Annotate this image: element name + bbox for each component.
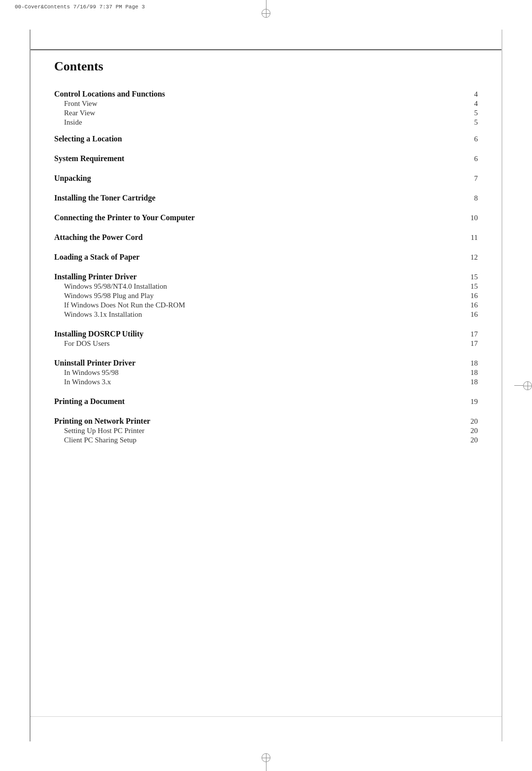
toc-page-section-network: 20 [463,417,478,426]
toc-page-section-system: 6 [463,155,478,163]
toc-sub-page-for-dos: 17 [463,339,478,348]
toc-sub-page-windows-install: 15 [463,282,478,291]
toc-title-section-network: Printing on Network Printer [54,417,463,426]
toc-sub-title-windows-plug: Windows 95/98 Plug and Play [54,292,463,300]
toc-section-section-power: Attaching the Power Cord11 [54,233,478,242]
toc-page-section-power: 11 [463,234,478,242]
toc-sub-page-windows-plug: 16 [463,292,478,300]
toc-sub-title-in-windows-9598: In Windows 95/98 [54,369,463,377]
toc-entry-section-system: System Requirement6 [54,154,478,163]
toc-entry-section-unpacking: Unpacking7 [54,174,478,183]
toc-sub-title-if-windows: If Windows Does Not Run the CD-ROM [54,301,463,309]
top-rule [31,49,501,50]
toc-entry-windows-install: Windows 95/98/NT4.0 Installation15 [54,282,478,291]
toc-title-section-uninstall: Uninstall Printer Driver [54,359,463,368]
toc-entry-windows-31: Windows 3.1x Installation16 [54,310,478,319]
toc-entry-section-driver: Installing Printer Driver15 [54,272,478,281]
toc-title-section-toner: Installing the Toner Cartridge [54,194,463,202]
right-border [501,30,502,741]
toc-section-section-uninstall: Uninstall Printer Driver18In Windows 95/… [54,359,478,386]
toc-section-section-toner: Installing the Toner Cartridge8 [54,194,478,202]
toc-page-section-loading: 12 [463,253,478,262]
toc-entry-windows-plug: Windows 95/98 Plug and Play16 [54,292,478,300]
toc-entry-for-dos: For DOS Users17 [54,339,478,348]
file-info: 00-Cover&Contents 7/16/99 7:37 PM Page 3 [15,4,145,10]
toc-sub-page-front-view: 4 [463,100,478,108]
toc-section-section-network: Printing on Network Printer20Setting Up … [54,417,478,444]
toc-page-section-printing: 19 [463,398,478,406]
toc-section-section-dosrcp: Installing DOSRCP Utility17For DOS Users… [54,330,478,348]
toc-section-section-driver: Installing Printer Driver15Windows 95/98… [54,272,478,319]
bottom-rule [31,716,501,717]
toc-sub-page-inside: 5 [463,118,478,127]
toc-sub-page-client-pc: 20 [463,436,478,444]
toc-sub-title-for-dos: For DOS Users [54,339,463,348]
toc-page-section-connecting: 10 [463,214,478,222]
toc-page-section-driver: 15 [463,273,478,281]
toc-entry-section-selecting: Selecting a Location6 [54,134,478,143]
toc-sub-title-rear-view: Rear View [54,109,463,117]
toc-section-section-control: Control Locations and Functions4Front Vi… [54,90,478,127]
toc-entry-inside: Inside5 [54,118,478,127]
toc-section-section-system: System Requirement6 [54,154,478,163]
toc-entry-front-view: Front View4 [54,100,478,108]
toc-entry-section-toner: Installing the Toner Cartridge8 [54,194,478,202]
toc-title-section-unpacking: Unpacking [54,174,463,183]
toc-entry-section-power: Attaching the Power Cord11 [54,233,478,242]
toc-entry-section-uninstall: Uninstall Printer Driver18 [54,359,478,368]
toc-sub-title-windows-install: Windows 95/98/NT4.0 Installation [54,282,463,291]
crop-mark-top [262,0,270,18]
toc-title-section-selecting: Selecting a Location [54,134,463,143]
toc-sub-title-in-windows-3x: In Windows 3.x [54,378,463,386]
toc-title-section-printing: Printing a Document [54,397,463,406]
toc-sub-title-front-view: Front View [54,100,463,108]
toc-entry-in-windows-3x: In Windows 3.x18 [54,378,478,386]
toc-entry-section-printing: Printing a Document19 [54,397,478,406]
toc-sub-title-client-pc: Client PC Sharing Setup [54,436,463,444]
toc-section-section-selecting: Selecting a Location6 [54,134,478,143]
toc-section-section-unpacking: Unpacking7 [54,174,478,183]
toc-sub-page-in-windows-3x: 18 [463,378,478,386]
toc-sub-title-setting-up: Setting Up Host PC Printer [54,427,463,435]
toc-page-section-control: 4 [463,90,478,99]
toc-page-section-toner: 8 [463,194,478,202]
toc-title-section-dosrcp: Installing DOSRCP Utility [54,330,463,338]
toc-sub-page-windows-31: 16 [463,310,478,319]
crop-mark-right [514,381,532,390]
toc-entry-section-connecting: Connecting the Printer to Your Computer1… [54,213,478,222]
toc-sub-page-rear-view: 5 [463,109,478,117]
toc-sub-page-if-windows: 16 [463,301,478,309]
toc-container: Control Locations and Functions4Front Vi… [54,90,478,444]
toc-title-section-connecting: Connecting the Printer to Your Computer [54,213,463,222]
toc-page-section-uninstall: 18 [463,359,478,368]
toc-entry-section-loading: Loading a Stack of Paper12 [54,253,478,262]
registration-mark-right [523,381,532,390]
toc-page-section-selecting: 6 [463,135,478,143]
toc-title-section-driver: Installing Printer Driver [54,272,463,281]
toc-sub-title-windows-31: Windows 3.1x Installation [54,310,463,319]
toc-sub-page-in-windows-9598: 18 [463,369,478,377]
toc-entry-setting-up: Setting Up Host PC Printer20 [54,427,478,435]
toc-entry-section-dosrcp: Installing DOSRCP Utility17 [54,330,478,338]
toc-section-section-connecting: Connecting the Printer to Your Computer1… [54,213,478,222]
left-border [30,30,31,741]
toc-page-section-unpacking: 7 [463,174,478,183]
toc-title-section-loading: Loading a Stack of Paper [54,253,463,262]
toc-entry-section-network: Printing on Network Printer20 [54,417,478,426]
registration-mark-bottom [262,753,270,762]
toc-section-section-printing: Printing a Document19 [54,397,478,406]
toc-title-section-power: Attaching the Power Cord [54,233,463,242]
toc-entry-section-control: Control Locations and Functions4 [54,90,478,99]
toc-entry-in-windows-9598: In Windows 95/9818 [54,369,478,377]
toc-entry-rear-view: Rear View5 [54,109,478,117]
page-title: Contents [54,59,478,74]
registration-mark-top [262,9,270,18]
toc-title-section-control: Control Locations and Functions [54,90,463,99]
toc-title-section-system: System Requirement [54,154,463,163]
toc-section-section-loading: Loading a Stack of Paper12 [54,253,478,262]
toc-sub-title-inside: Inside [54,118,463,127]
toc-page-section-dosrcp: 17 [463,330,478,338]
toc-sub-page-setting-up: 20 [463,427,478,435]
toc-entry-client-pc: Client PC Sharing Setup20 [54,436,478,444]
main-content: Contents Control Locations and Functions… [54,59,478,455]
